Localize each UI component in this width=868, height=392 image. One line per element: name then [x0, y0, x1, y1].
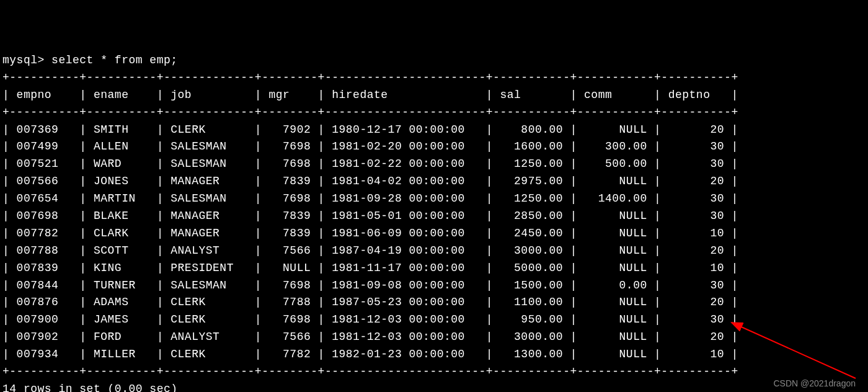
watermark: CSDN @2021dragon — [773, 378, 856, 388]
terminal-output: mysql> select * from emp; +----------+--… — [2, 52, 866, 392]
